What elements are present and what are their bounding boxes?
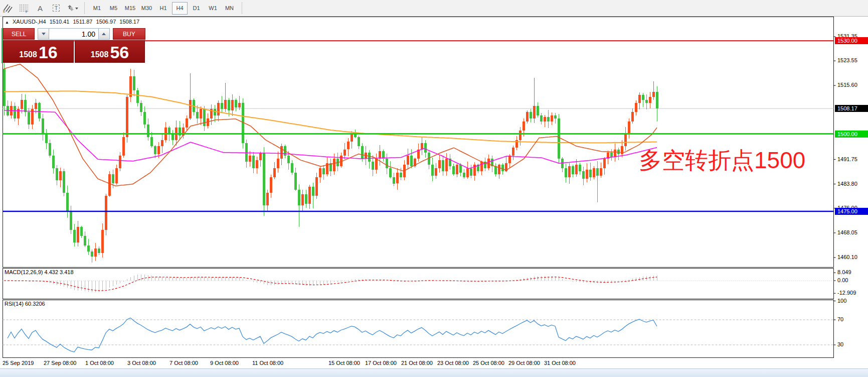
date-label: 3 Oct 08:00 (127, 360, 156, 366)
toolbar-separator-2 (242, 2, 242, 14)
buy-button[interactable]: BUY (113, 28, 145, 40)
date-label: 7 Oct 08:00 (169, 360, 198, 366)
pivot-badge: 1500.00 (835, 131, 868, 138)
low-value: 1506.97 (96, 19, 116, 25)
timeframe-button-m30[interactable]: M30 (139, 2, 154, 15)
ask-price-pips: 56 (110, 44, 129, 61)
date-label: 9 Oct 08:00 (210, 360, 239, 366)
timeframe-button-m5[interactable]: M5 (106, 2, 121, 15)
date-label: 11 Oct 08:00 (252, 360, 283, 366)
timeframe-button-w1[interactable]: W1 (205, 2, 221, 15)
price-tick-1460.10: 1460.10 (837, 254, 857, 260)
date-label: 27 Sep 08:00 (44, 360, 76, 366)
panel-edge-strip (2, 28, 3, 63)
timeframe-button-h4[interactable]: H4 (172, 2, 188, 15)
timeframe-button-m15[interactable]: M15 (122, 2, 138, 15)
date-label: 31 Oct 08:00 (544, 360, 576, 366)
date-label: 25 Sep 2019 (3, 360, 34, 366)
date-label: 29 Oct 08:00 (508, 360, 540, 366)
macd-tick-0: 0.00 (837, 277, 848, 283)
timeframe-group: M1M5M15M30H1H4D1W1MN (89, 2, 238, 15)
svg-text:E: E (3, 10, 6, 13)
date-label: 25 Oct 08:00 (473, 360, 504, 366)
status-bar (0, 368, 868, 377)
date-label: 1 Oct 08:00 (85, 360, 114, 366)
bid-price-integer: 1508 (19, 51, 37, 61)
date-label: 17 Oct 08:00 (365, 360, 397, 366)
close-value: 1508.17 (119, 19, 139, 25)
support-badge: 1475.00 (835, 208, 868, 215)
rsi-value: 60.3206 (25, 301, 45, 307)
text-label-tool-icon[interactable]: T (49, 2, 64, 15)
macd-signal-value: 3.418 (60, 269, 74, 275)
collapse-arrow-icon[interactable]: ▲ (5, 20, 9, 25)
volume-increase-button[interactable] (98, 28, 110, 40)
timeframe-button-d1[interactable]: D1 (189, 2, 204, 15)
one-click-trade-panel: SELL BUY 1508 16 1508 56 (3, 28, 145, 63)
ask-price-integer: 1508 (91, 51, 109, 61)
macd-main-value: 4.432 (44, 269, 58, 275)
fibonacci-tool-icon[interactable]: F (17, 2, 32, 15)
toolbar-separator (84, 2, 85, 14)
open-value: 1510.41 (50, 19, 70, 25)
volume-decrease-button[interactable] (38, 28, 49, 40)
timeframe-button-mn[interactable]: MN (222, 2, 237, 15)
price-tick-1515.60: 1515.60 (837, 82, 857, 88)
mt4-chart-window: E F A T M1M5M15M30H1H4D1W1MN ▲ XAUUSD-,H… (0, 0, 868, 377)
rsi-label: RSI(14) 60.3206 (5, 301, 45, 307)
svg-text:F: F (26, 10, 28, 13)
triangle-down-icon (42, 33, 46, 35)
toolbar: E F A T M1M5M15M30H1H4D1W1MN (0, 0, 868, 17)
macd-tick-8.049: 8.049 (837, 269, 851, 275)
date-label: 23 Oct 08:00 (437, 360, 469, 366)
triangle-up-icon (102, 33, 106, 35)
volume-input[interactable] (49, 28, 98, 40)
resistance-badge: 1530.00 (835, 37, 868, 44)
arrows-tool-icon[interactable] (65, 2, 80, 15)
price-tick-1523.55: 1523.55 (837, 57, 857, 63)
date-label: 21 Oct 08:00 (401, 360, 433, 366)
rsi-tick-100: 100 (837, 298, 846, 304)
rsi-tick-70: 70 (837, 316, 843, 322)
price-tick-1468.05: 1468.05 (837, 229, 857, 235)
date-label: 15 Oct 08:00 (328, 360, 360, 366)
symbol-label: XAUUSD-,H4 (13, 19, 46, 25)
chart-area[interactable]: ▲ XAUUSD-,H4 1510.41 1511.87 1506.97 150… (0, 17, 868, 368)
macd-label: MACD(12,26,9) 4.432 3.418 (5, 269, 74, 275)
bid-price-pips: 16 (39, 44, 58, 61)
bid-price-box: 1508 16 (3, 40, 74, 63)
timeframe-button-h1[interactable]: H1 (155, 2, 171, 15)
symbol-ohlc-header: ▲ XAUUSD-,H4 1510.41 1511.87 1506.97 150… (5, 19, 141, 25)
price-tick-1483.80: 1483.80 (837, 181, 857, 187)
high-value: 1511.87 (73, 19, 93, 25)
channel-tool-icon[interactable]: E (1, 2, 16, 15)
chart-annotation-text: 多空转折点1500 (639, 149, 805, 172)
ask-price-box: 1508 56 (75, 40, 145, 63)
macd-tick--12.909: -12.909 (837, 290, 856, 296)
timeframe-button-m1[interactable]: M1 (89, 2, 105, 15)
text-tool-icon[interactable]: A (33, 2, 48, 15)
rsi-tick-30: 30 (837, 341, 843, 347)
sell-button[interactable]: SELL (3, 28, 35, 40)
price-tick-1491.75: 1491.75 (837, 156, 857, 162)
current-price-badge: 1508.17 (835, 105, 868, 112)
